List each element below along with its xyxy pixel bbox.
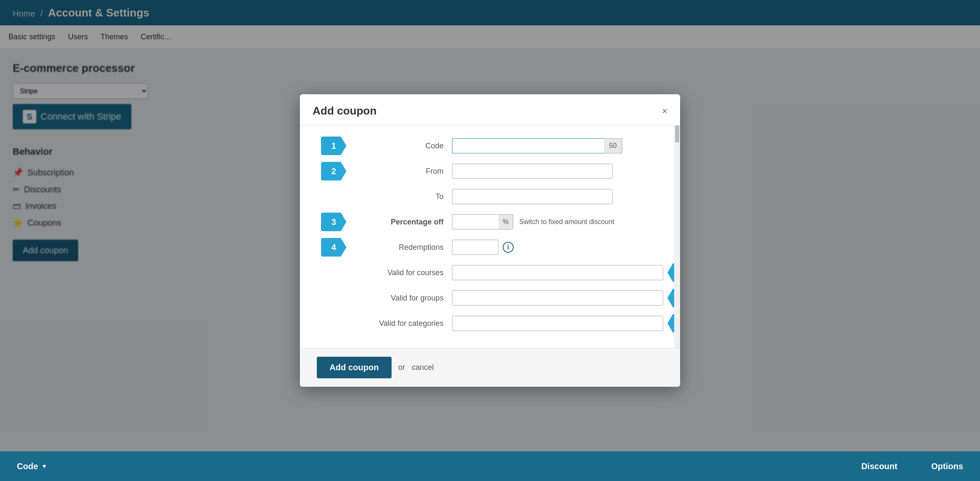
to-label: To bbox=[368, 192, 452, 201]
from-row: 2 From bbox=[317, 164, 663, 179]
badge-1-label: 1 bbox=[331, 141, 336, 151]
valid-courses-row: Valid for courses 5 bbox=[317, 265, 663, 280]
options-col-label: Options bbox=[931, 462, 963, 471]
modal-body: 1 Code 50 2 From To 3 bbox=[300, 126, 680, 348]
from-input[interactable] bbox=[452, 164, 612, 179]
valid-categories-label: Valid for categories bbox=[368, 319, 452, 328]
valid-categories-input[interactable] bbox=[452, 316, 663, 331]
to-row: To bbox=[317, 189, 663, 204]
table-bar: Code ▼ Discount Options bbox=[0, 451, 980, 481]
redemptions-input[interactable] bbox=[452, 240, 498, 255]
modal-header: Add coupon × bbox=[300, 94, 680, 126]
valid-groups-label: Valid for groups bbox=[368, 294, 452, 303]
percentage-input[interactable] bbox=[452, 214, 498, 230]
valid-courses-input[interactable] bbox=[452, 265, 663, 280]
redemptions-label: Redemptions bbox=[368, 243, 452, 252]
modal-scrollbar[interactable] bbox=[674, 126, 680, 348]
badge-2-label: 2 bbox=[331, 167, 336, 176]
valid-groups-row: Valid for groups 6 bbox=[317, 290, 663, 306]
table-code-col: Code ▼ bbox=[17, 462, 47, 471]
code-input[interactable] bbox=[452, 138, 604, 153]
code-col-arrow: ▼ bbox=[41, 463, 47, 470]
valid-categories-row: Valid for categories 7 bbox=[317, 316, 663, 331]
modal-close-button[interactable]: × bbox=[662, 107, 667, 116]
modal-footer: Add coupon or cancel bbox=[300, 348, 680, 387]
percentage-input-group: % bbox=[452, 214, 513, 230]
modal-scrollbar-thumb[interactable] bbox=[675, 126, 679, 142]
table-right-cols: Discount Options bbox=[861, 462, 963, 471]
badge-3-label: 3 bbox=[331, 217, 336, 227]
modal-title: Add coupon bbox=[313, 104, 377, 118]
percent-sign: % bbox=[498, 214, 513, 230]
add-coupon-modal: Add coupon × 1 Code 50 2 From bbox=[300, 94, 680, 387]
percentage-label: Percentage off bbox=[368, 218, 452, 227]
redemptions-row: 4 Redemptions i bbox=[317, 240, 663, 255]
code-label: Code bbox=[368, 142, 452, 150]
step-badge-4: 4 bbox=[321, 238, 346, 257]
from-label: From bbox=[368, 167, 452, 176]
valid-courses-label: Valid for courses bbox=[368, 268, 452, 277]
discount-col-label: Discount bbox=[861, 462, 898, 471]
to-input[interactable] bbox=[452, 189, 612, 204]
code-maxlength: 50 bbox=[604, 138, 622, 153]
step-badge-2: 2 bbox=[321, 162, 346, 180]
redemptions-info-icon[interactable]: i bbox=[503, 242, 514, 253]
code-row: 1 Code 50 bbox=[317, 138, 663, 153]
add-coupon-submit-button[interactable]: Add coupon bbox=[317, 357, 392, 378]
badge-4-label: 4 bbox=[331, 243, 336, 252]
percentage-row: 3 Percentage off % Switch to fixed amoun… bbox=[317, 214, 663, 230]
cancel-link[interactable]: cancel bbox=[412, 363, 434, 372]
code-col-label: Code bbox=[17, 462, 38, 471]
step-badge-3: 3 bbox=[321, 213, 346, 231]
switch-text[interactable]: Switch to fixed amount discount bbox=[519, 218, 614, 226]
valid-groups-input[interactable] bbox=[452, 290, 663, 306]
code-input-group: 50 bbox=[452, 138, 622, 153]
step-badge-1: 1 bbox=[321, 137, 346, 155]
footer-or-text: or bbox=[398, 363, 405, 372]
